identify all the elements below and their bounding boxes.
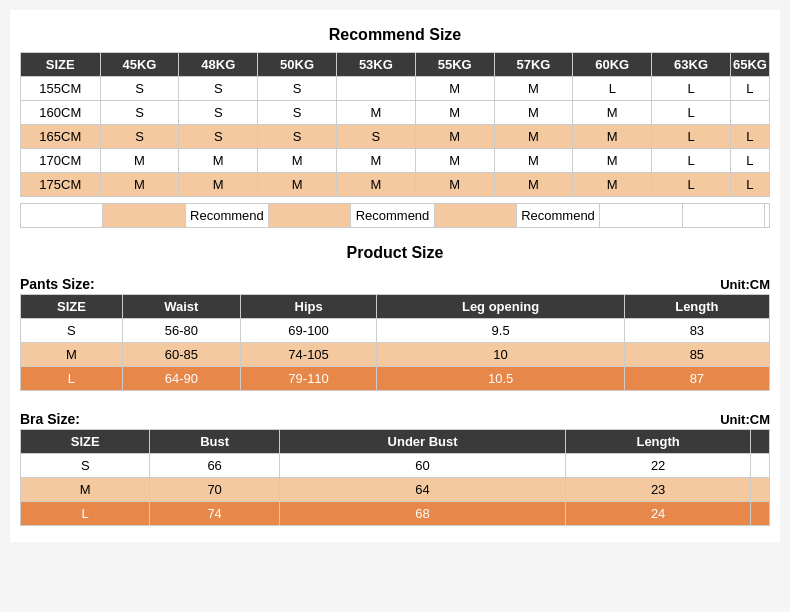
recommend-header-row: SIZE 45KG 48KG 50KG 53KG 55KG 57KG 60KG … (21, 53, 770, 77)
bra-header-row: SIZE Bust Under Bust Length (21, 430, 770, 454)
pants-cell: 87 (624, 367, 769, 391)
bra-cell: 66 (150, 454, 279, 478)
bra-cell: 70 (150, 478, 279, 502)
bra-cell: 74 (150, 502, 279, 526)
rec-cell: M (573, 149, 652, 173)
pants-cell: 10.5 (377, 367, 624, 391)
rec-cell: M (494, 101, 573, 125)
pants-label: Pants Size: (20, 276, 95, 292)
rec-height: 155CM (21, 77, 101, 101)
pants-cell: 56-80 (122, 319, 240, 343)
pants-cell: 85 (624, 343, 769, 367)
rec-cell: L (730, 149, 769, 173)
bra-cell: L (21, 502, 150, 526)
pants-row: M60-8574-1051085 (21, 343, 770, 367)
legend-text-2: Recommend (351, 204, 434, 228)
legend-text-3: Recommend (516, 204, 599, 228)
recommend-row: 155CMSSSMMLLL (21, 77, 770, 101)
legend-row: Recommend Recommend Recommend (21, 204, 770, 228)
pants-cell: 9.5 (377, 319, 624, 343)
pants-header-row: SIZE Waist Hips Leg opening Length (21, 295, 770, 319)
rec-cell: M (336, 101, 415, 125)
recommend-title: Recommend Size (20, 20, 770, 52)
bra-label-row: Bra Size: Unit:CM (20, 405, 770, 429)
pants-header-size: SIZE (21, 295, 123, 319)
rec-cell: M (573, 173, 652, 197)
rec-cell: S (336, 125, 415, 149)
pants-header-leg: Leg opening (377, 295, 624, 319)
header-48kg: 48KG (179, 53, 258, 77)
pants-unit: Unit:CM (720, 277, 770, 292)
rec-cell: M (258, 149, 337, 173)
bra-header-empty (750, 430, 769, 454)
rec-cell: L (730, 77, 769, 101)
bra-table: SIZE Bust Under Bust Length S666022M7064… (20, 429, 770, 526)
pants-row: L64-9079-11010.587 (21, 367, 770, 391)
pants-cell: M (21, 343, 123, 367)
pants-cell: 79-110 (240, 367, 377, 391)
rec-cell: L (730, 173, 769, 197)
rec-cell: M (415, 149, 494, 173)
bra-label: Bra Size: (20, 411, 80, 427)
rec-cell: S (179, 101, 258, 125)
recommend-row: 175CMMMMMMMMLL (21, 173, 770, 197)
bra-row: S666022 (21, 454, 770, 478)
rec-cell: M (336, 149, 415, 173)
header-53kg: 53KG (336, 53, 415, 77)
main-container: Recommend Size SIZE 45KG 48KG 50KG 53KG … (10, 10, 780, 542)
bra-cell: 68 (279, 502, 566, 526)
rec-height: 160CM (21, 101, 101, 125)
bra-cell (750, 454, 769, 478)
rec-cell: M (415, 101, 494, 125)
rec-cell: M (494, 77, 573, 101)
pants-cell: 74-105 (240, 343, 377, 367)
header-60kg: 60KG (573, 53, 652, 77)
rec-cell: S (258, 77, 337, 101)
rec-cell: M (494, 173, 573, 197)
rec-cell: M (415, 125, 494, 149)
pants-header-length: Length (624, 295, 769, 319)
pants-header-hips: Hips (240, 295, 377, 319)
rec-cell: M (336, 173, 415, 197)
rec-cell: M (100, 173, 179, 197)
pants-cell: L (21, 367, 123, 391)
bra-unit: Unit:CM (720, 412, 770, 427)
bra-row: L746824 (21, 502, 770, 526)
rec-cell: L (652, 149, 731, 173)
recommend-row: 170CMMMMMMMMLL (21, 149, 770, 173)
pants-cell: 60-85 (122, 343, 240, 367)
header-size: SIZE (21, 53, 101, 77)
rec-cell: L (652, 77, 731, 101)
pants-label-row: Pants Size: Unit:CM (20, 270, 770, 294)
rec-cell (730, 101, 769, 125)
rec-cell (336, 77, 415, 101)
bra-cell: M (21, 478, 150, 502)
bra-header-underbust: Under Bust (279, 430, 566, 454)
rec-cell: M (573, 125, 652, 149)
pants-table: SIZE Waist Hips Leg opening Length S56-8… (20, 294, 770, 391)
rec-cell: L (652, 125, 731, 149)
pants-header-waist: Waist (122, 295, 240, 319)
header-65kg: 65KG (730, 53, 769, 77)
rec-cell: M (179, 149, 258, 173)
bra-cell: 64 (279, 478, 566, 502)
rec-height: 165CM (21, 125, 101, 149)
recommend-table: SIZE 45KG 48KG 50KG 53KG 55KG 57KG 60KG … (20, 52, 770, 197)
header-57kg: 57KG (494, 53, 573, 77)
pants-row: S56-8069-1009.583 (21, 319, 770, 343)
pants-cell: 10 (377, 343, 624, 367)
rec-cell: L (652, 101, 731, 125)
bra-cell: 23 (566, 478, 751, 502)
header-45kg: 45KG (100, 53, 179, 77)
rec-cell: S (100, 125, 179, 149)
bra-cell: S (21, 454, 150, 478)
rec-cell: L (573, 77, 652, 101)
bra-row: M706423 (21, 478, 770, 502)
rec-height: 175CM (21, 173, 101, 197)
recommend-row: 165CMSSSSMMMLL (21, 125, 770, 149)
bra-header-length: Length (566, 430, 751, 454)
pants-cell: 83 (624, 319, 769, 343)
rec-cell: L (730, 125, 769, 149)
rec-cell: M (415, 77, 494, 101)
rec-cell: M (100, 149, 179, 173)
